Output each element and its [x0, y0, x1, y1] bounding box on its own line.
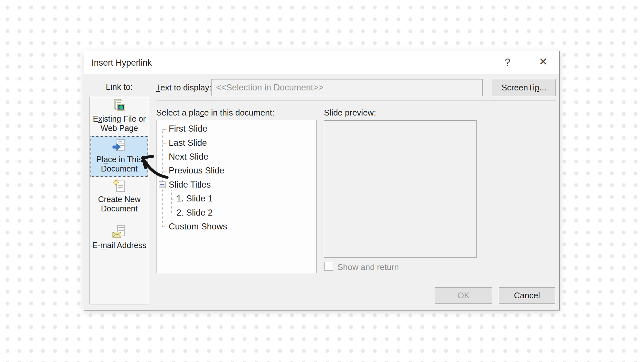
tree-item-previous-slide[interactable]: Previous Slide	[156, 164, 316, 178]
desktop-background: { "dialog": { "title": "Insert Hyperlink…	[0, 0, 644, 362]
show-and-return-checkbox[interactable]	[324, 262, 333, 271]
text-to-display-label: Text to display:	[156, 83, 212, 93]
link-to-label: Link to:	[90, 82, 149, 92]
sidebar-item-existing-file-or-web-page[interactable]: Existing File or Web Page	[90, 98, 148, 135]
tree-connector-stub	[162, 227, 167, 227]
sidebar-item-place-in-this-document[interactable]: Place in This Document	[90, 136, 148, 177]
tree-connector-stub	[162, 157, 167, 157]
slide-preview-box	[324, 120, 477, 258]
e-mail-address-icon	[112, 225, 127, 240]
select-place-label: Select a place in this document:	[156, 108, 274, 118]
sidebar-item-label: E-mail Address	[92, 241, 146, 250]
sidebar-item-label: Place in This Document	[91, 155, 147, 173]
text-to-display-input[interactable]	[211, 79, 483, 96]
tree-connector-stub	[171, 199, 175, 200]
help-icon[interactable]: ?	[497, 51, 517, 74]
link-to-sidebar: Existing File or Web Page Place in This …	[90, 97, 149, 304]
tree-connector-stub	[171, 213, 175, 213]
tree-item-last-slide[interactable]: Last Slide	[156, 136, 316, 150]
tree-item-slide-1[interactable]: 1. Slide 1	[156, 192, 316, 206]
tree-item-next-slide[interactable]: Next Slide	[156, 150, 316, 164]
dialog-body: Link to: Existing File or Web Page	[84, 74, 559, 310]
sidebar-item-label: Create New Document	[90, 195, 148, 213]
tree-connector-stub	[162, 143, 167, 144]
slide-preview-label: Slide preview:	[324, 108, 376, 118]
screentip-button[interactable]: ScreenTip...	[492, 79, 556, 96]
ok-button[interactable]: OK	[435, 287, 492, 304]
close-icon[interactable]: ✕	[533, 51, 553, 74]
tree-item-first-slide[interactable]: First Slide	[156, 122, 316, 136]
tree-connector-stub	[162, 129, 167, 130]
create-new-document-icon	[112, 179, 127, 194]
insert-hyperlink-dialog: Insert Hyperlink ? ✕ Link to:	[84, 51, 560, 311]
dialog-titlebar[interactable]: Insert Hyperlink ? ✕	[84, 51, 559, 74]
place-in-this-document-icon	[112, 139, 127, 154]
tree-item-custom-shows[interactable]: Custom Shows	[156, 220, 316, 234]
tree-item-slide-titles[interactable]: Slide Titles	[156, 178, 316, 192]
sidebar-item-label: Existing File or Web Page	[90, 114, 148, 133]
cancel-button[interactable]: Cancel	[499, 287, 555, 304]
sidebar-item-create-new-document[interactable]: Create New Document	[90, 179, 148, 216]
tree-item-slide-2[interactable]: 2. Slide 2	[156, 206, 316, 219]
dialog-title: Insert Hyperlink	[91, 51, 152, 74]
document-place-tree[interactable]: First Slide Last Slide Next Slide Previo…	[156, 120, 317, 273]
show-and-return-label: Show and return	[337, 262, 399, 272]
tree-connector-stub	[162, 171, 167, 172]
collapse-expander-icon[interactable]	[159, 181, 166, 188]
header-separator	[156, 100, 556, 101]
sidebar-item-e-mail-address[interactable]: E-mail Address	[90, 225, 148, 255]
existing-file-web-page-icon	[112, 98, 127, 113]
